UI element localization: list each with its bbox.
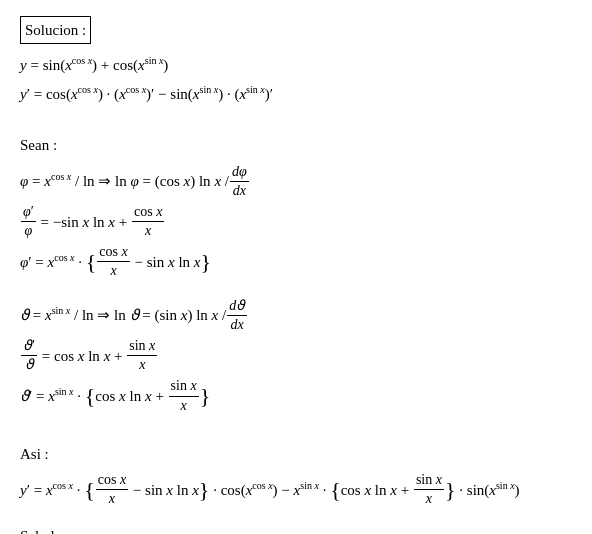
solucion-label: Solucion : [20, 16, 91, 44]
saludos-label: Saludos [20, 524, 572, 534]
theta-prime-over-theta: ϑ′ ϑ = cos x ln x + sin x x [20, 337, 572, 374]
solution-box: Solucion : [20, 16, 572, 50]
phi-prime-over-phi: φ′ φ = −sin x ln x + cos x x [20, 203, 572, 240]
equation-y-prime: y′ = cos(xcos x) · (xcos x)′ − sin(xsin … [20, 81, 572, 108]
equation-y: y = sin(xcos x) + cos(xsin x) [20, 52, 572, 79]
theta-prime: ϑ′ = xsin x · { cos x ln x + sin x x } [20, 377, 572, 414]
final-equation: y′ = xcos x · { cos x x − sin x ln x } ·… [20, 471, 572, 508]
phi-definition: φ = xcos x / ln ⇒ ln φ = (cos x) ln x / … [20, 163, 572, 200]
sean-label: Sean : [20, 133, 572, 159]
phi-prime: φ′ = xcos x · { cos x x − sin x ln x } [20, 243, 572, 280]
theta-definition: ϑ = xsin x / ln ⇒ ln ϑ = (sin x) ln x / … [20, 297, 572, 334]
asi-label: Asi : [20, 442, 572, 468]
